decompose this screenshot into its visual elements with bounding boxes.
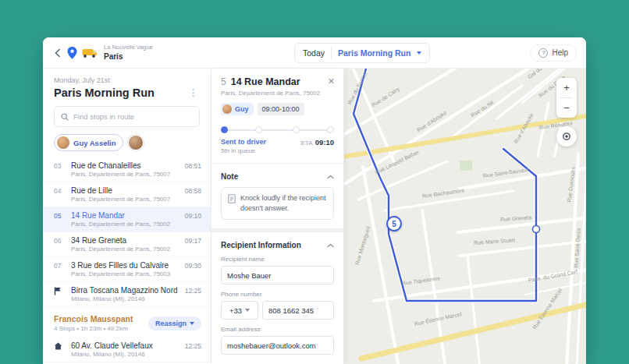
divider bbox=[211, 163, 343, 164]
phone-number-label: Phone number bbox=[221, 291, 334, 298]
stop-row[interactable]: 60 Av. Claude Vellefaux Milano, Milano (… bbox=[43, 337, 211, 362]
chevron-down-icon bbox=[245, 309, 250, 312]
van-icon bbox=[82, 48, 98, 58]
detail-stop-number: 5 bbox=[221, 76, 226, 87]
map-canvas bbox=[344, 69, 586, 364]
zoom-control: + − bbox=[556, 78, 577, 118]
phone-number-input[interactable] bbox=[262, 301, 334, 320]
stop-number: 07 bbox=[54, 261, 68, 270]
search-input[interactable] bbox=[73, 112, 193, 121]
main-content: Monday, July 21st Paris Morning Run ⋮ Gu… bbox=[43, 69, 586, 364]
stop-row[interactable]: Birra Toscana Magazzino Nord Milano, Mil… bbox=[43, 282, 211, 307]
chevron-up-icon bbox=[327, 175, 334, 179]
search-box[interactable] bbox=[54, 106, 200, 127]
route-name: Paris Morning Run bbox=[338, 48, 410, 58]
park-area bbox=[460, 161, 472, 171]
stop-eta: 12:25 bbox=[185, 286, 201, 295]
divider bbox=[331, 48, 332, 58]
eta-value: 09:10 bbox=[315, 138, 334, 147]
note-section-header[interactable]: Note bbox=[221, 172, 334, 181]
org-location: Paris bbox=[104, 52, 153, 61]
stop-name: 34 Rue Greneta bbox=[71, 236, 182, 245]
recipient-section-header[interactable]: Recipient Information bbox=[221, 241, 334, 249]
status-sub-label: 5th in queue bbox=[221, 147, 301, 154]
stop-address: Paris, Département de Paris, 75002 bbox=[71, 246, 182, 253]
recipient-name-input[interactable] bbox=[221, 266, 334, 284]
stop-eta: 08:51 bbox=[185, 161, 201, 170]
stop-name: Rue de Chanaleilles bbox=[71, 161, 182, 170]
zoom-in-button[interactable]: + bbox=[556, 78, 577, 97]
status-progress bbox=[221, 126, 334, 133]
stop-address: Paris, Département de Paris, 75007 bbox=[71, 196, 182, 203]
help-button[interactable]: ? Help bbox=[530, 44, 577, 62]
stop-row[interactable]: 04 Rue de Lille Paris, Département de Pa… bbox=[43, 182, 211, 207]
stop-row-selected[interactable]: 05 14 Rue Mandar Paris, Département de P… bbox=[43, 207, 211, 232]
map-stop-marker[interactable]: 5 bbox=[386, 216, 402, 231]
help-label: Help bbox=[552, 48, 568, 57]
assigned-driver-chip[interactable]: Guy bbox=[221, 103, 254, 115]
stop-name: 60 Av. Claude Vellefaux bbox=[71, 341, 182, 350]
stop-detail-panel: ✕ 5 14 Rue Mandar Paris, Département de … bbox=[211, 69, 344, 364]
driver-section-header: Francois Mausspant 4 Stops • 1h 23m • 49… bbox=[43, 307, 211, 337]
stop-list: 03 Rue de Chanaleilles Paris, Départemen… bbox=[43, 157, 211, 364]
stop-name: 3 Rue des Filles du Calvaire bbox=[71, 261, 182, 270]
stop-row[interactable]: 06 34 Rue Greneta Paris, Département de … bbox=[43, 232, 211, 257]
email-input[interactable] bbox=[221, 336, 334, 355]
progress-dot bbox=[327, 126, 334, 133]
detail-stop-title: 14 Rue Mandar bbox=[231, 76, 300, 87]
locate-icon bbox=[562, 132, 571, 141]
stop-address: Milano, Milano (MI), 20146 bbox=[71, 295, 182, 302]
note-text: Knock loudly if the recipient doesn't an… bbox=[240, 193, 327, 214]
stop-name: Rue de Lille bbox=[71, 186, 182, 195]
org-name: La Nouvelle Vague bbox=[104, 44, 153, 51]
status-label: Sent to driver bbox=[221, 138, 301, 146]
flag-icon bbox=[54, 287, 62, 295]
stop-eta: 09:17 bbox=[185, 236, 201, 245]
org-block: La Nouvelle Vague Paris bbox=[104, 44, 153, 60]
stop-number: 04 bbox=[54, 186, 68, 195]
email-label: Email address bbox=[221, 326, 334, 333]
progress-dot bbox=[255, 126, 262, 133]
detail-stop-address: Paris, Département de Paris, 75002 bbox=[221, 90, 334, 97]
chevron-up-icon bbox=[327, 243, 334, 248]
close-button[interactable]: ✕ bbox=[326, 76, 336, 87]
map[interactable]: Rue du Sentier Rue de Cléry Gal du Caire… bbox=[344, 69, 586, 364]
stop-eta: 08:58 bbox=[185, 186, 201, 195]
stop-eta: 12:25 bbox=[185, 341, 201, 350]
progress-dot-active bbox=[221, 126, 228, 133]
stop-marker-small bbox=[533, 226, 540, 233]
driver-avatar[interactable] bbox=[128, 135, 144, 150]
zoom-out-button[interactable]: − bbox=[556, 98, 577, 118]
stop-address: Paris, Département de Paris, 75002 bbox=[71, 221, 182, 228]
search-icon bbox=[61, 113, 69, 121]
driver-chip-label: Guy Asselin bbox=[73, 139, 116, 147]
stop-number: 03 bbox=[54, 161, 68, 170]
locate-button[interactable] bbox=[556, 126, 577, 147]
progress-track bbox=[224, 129, 331, 131]
progress-dot bbox=[293, 126, 300, 133]
route-switcher[interactable]: Today Paris Morning Run bbox=[294, 43, 430, 63]
help-icon: ? bbox=[538, 48, 548, 58]
stop-number: 06 bbox=[54, 236, 68, 245]
route-menu-button[interactable]: ⋮ bbox=[187, 87, 200, 98]
route-title: Paris Morning Run bbox=[54, 87, 187, 99]
eta-label: ETA bbox=[301, 140, 313, 147]
eta-block: ETA 09:10 bbox=[301, 138, 334, 147]
driver-route-summary: 4 Stops • 1h 23m • 49.2km bbox=[54, 325, 144, 332]
back-button[interactable] bbox=[52, 47, 63, 59]
stop-row[interactable]: 07 3 Rue des Filles du Calvaire Paris, D… bbox=[43, 257, 211, 282]
section-separator bbox=[211, 228, 343, 232]
reassign-button[interactable]: Reassign bbox=[148, 316, 201, 330]
stop-address: Paris, Département de Paris, 75007 bbox=[71, 171, 182, 178]
route-panel: Monday, July 21st Paris Morning Run ⋮ Gu… bbox=[43, 69, 211, 364]
stop-eta: 09:30 bbox=[185, 261, 201, 270]
topbar: La Nouvelle Vague Paris Today Paris Morn… bbox=[43, 37, 586, 69]
stop-row[interactable]: 03 Rue de Chanaleilles Paris, Départemen… bbox=[43, 157, 211, 182]
route-date: Monday, July 21st bbox=[54, 76, 200, 84]
country-code-select[interactable]: +33 bbox=[221, 301, 258, 320]
chevron-left-icon bbox=[54, 48, 62, 58]
stop-name: Birra Toscana Magazzino Nord bbox=[71, 286, 182, 295]
driver-chip-selected[interactable]: Guy Asselin bbox=[54, 134, 123, 151]
home-icon bbox=[54, 342, 62, 350]
stop-address: Paris, Département de Paris, 75003 bbox=[71, 270, 182, 277]
